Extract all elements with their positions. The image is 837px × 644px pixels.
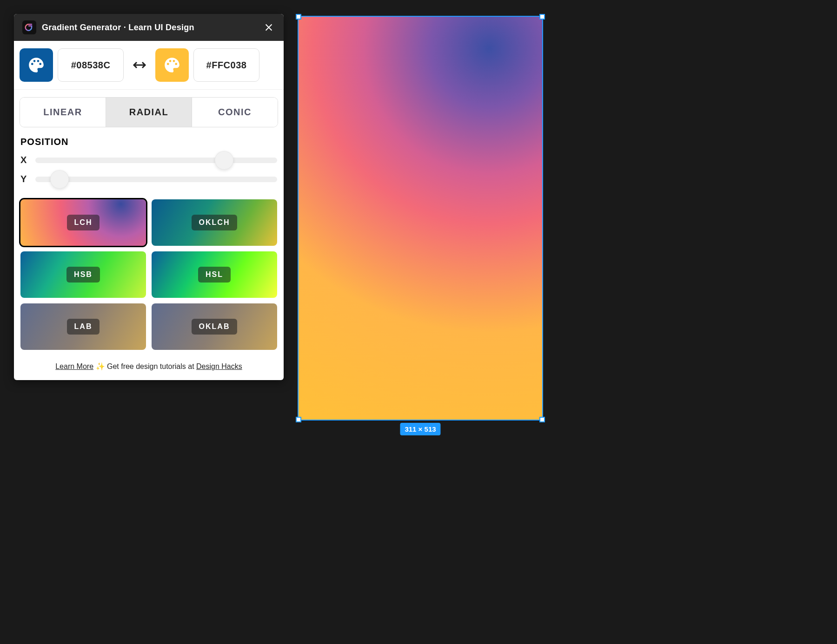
axis-label-x: X (20, 155, 29, 165)
type-tab-conic[interactable]: CONIC (192, 98, 278, 127)
position-section: POSITION X Y (14, 127, 284, 184)
palette-icon (163, 56, 181, 74)
end-color-swatch[interactable] (155, 48, 189, 82)
color-inputs-row (14, 41, 284, 90)
panel-header: Gradient Generator · Learn UI Design (14, 14, 284, 41)
swap-icon (131, 57, 148, 73)
color-space-oklab[interactable]: OKLAB (152, 303, 277, 350)
slider-row-x: X (20, 155, 277, 165)
color-space-label: HSL (198, 267, 231, 283)
panel-title: Gradient Generator · Learn UI Design (42, 23, 257, 33)
slider-x[interactable] (35, 158, 277, 163)
color-space-label: LAB (67, 319, 100, 335)
color-space-label: HSB (66, 267, 100, 283)
canvas-preview: 311 × 513 (298, 16, 543, 421)
slider-thumb-x[interactable] (215, 151, 233, 170)
color-space-lch[interactable]: LCH (20, 199, 146, 246)
color-space-label: OKLAB (192, 319, 238, 335)
axis-label-y: Y (20, 174, 29, 184)
end-color-input[interactable] (193, 48, 259, 82)
slider-y[interactable] (35, 177, 277, 182)
gradient-type-tabs: LINEARRADIALCONIC (20, 97, 278, 127)
position-label: POSITION (20, 137, 277, 147)
color-space-grid: LCHOKLCHHSBHSLLABOKLAB (14, 193, 284, 356)
color-space-lab[interactable]: LAB (20, 303, 146, 350)
slider-thumb-y[interactable] (50, 170, 69, 189)
sparkle-icon: ✨ (96, 362, 105, 370)
slider-row-y: Y (20, 174, 277, 184)
resize-handle-bottom-right[interactable] (539, 417, 545, 422)
design-hacks-link[interactable]: Design Hacks (196, 362, 242, 370)
color-space-oklch[interactable]: OKLCH (152, 199, 277, 246)
dimensions-badge: 311 × 513 (400, 423, 440, 435)
color-space-label: OKLCH (192, 215, 238, 230)
swap-colors-button[interactable] (128, 54, 151, 76)
color-space-label: LCH (67, 215, 100, 230)
gradient-generator-panel: Gradient Generator · Learn UI Design LIN… (14, 14, 284, 380)
resize-handle-top-right[interactable] (539, 14, 545, 20)
footer: Learn More ✨ Get free design tutorials a… (14, 356, 284, 380)
color-space-hsb[interactable]: HSB (20, 251, 146, 298)
color-space-hsl[interactable]: HSL (152, 251, 277, 298)
footer-cta-text: Get free design tutorials at (107, 362, 194, 370)
close-button[interactable] (262, 21, 275, 34)
start-color-input[interactable] (58, 48, 124, 82)
learn-more-link[interactable]: Learn More (55, 362, 93, 370)
type-tab-linear[interactable]: LINEAR (20, 98, 106, 127)
palette-icon (27, 56, 45, 74)
resize-handle-bottom-left[interactable] (296, 417, 301, 422)
type-tab-radial[interactable]: RADIAL (106, 98, 192, 127)
start-color-swatch[interactable] (20, 48, 53, 82)
resize-handle-top-left[interactable] (296, 14, 301, 20)
gradient-preview[interactable] (298, 16, 543, 421)
app-logo-icon (22, 20, 36, 34)
